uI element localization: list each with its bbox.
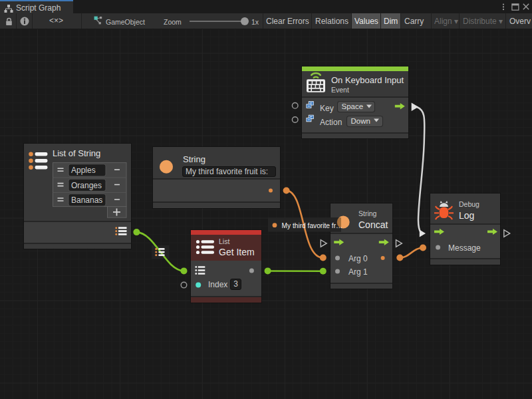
svg-text:Apples: Apples (71, 166, 96, 175)
svg-text:My third favorite fr…: My third favorite fr… (282, 222, 343, 229)
svg-text:Bananas: Bananas (71, 196, 102, 205)
svg-text:Oranges: Oranges (71, 181, 102, 190)
